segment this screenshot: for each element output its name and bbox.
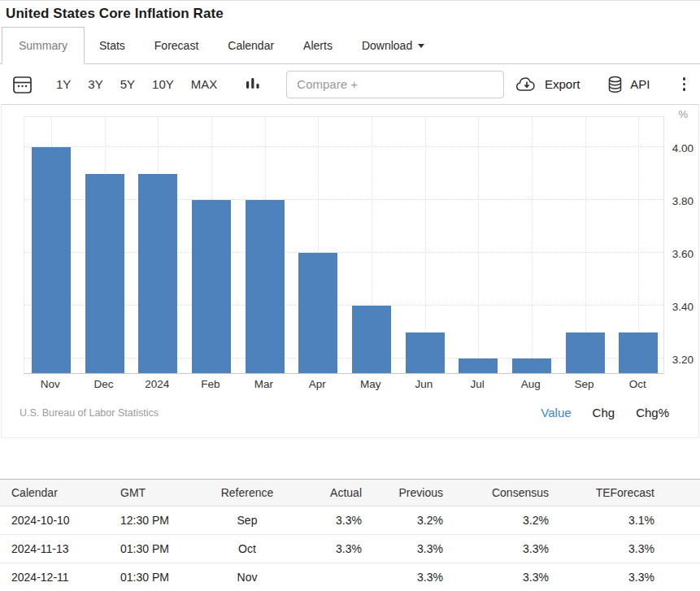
- api-label: API: [630, 77, 650, 91]
- cell-previous: 3.3%: [368, 563, 450, 591]
- col-header-previous: Previous: [368, 480, 450, 506]
- tab-stats-label: Stats: [99, 39, 125, 52]
- calendar-table-section: CalendarGMTReferenceActualPreviousConsen…: [0, 479, 700, 591]
- y-tick-label: 3.20: [672, 354, 693, 366]
- page-header: United States Core Inflation Rate: [0, 1, 700, 27]
- bar-jul[interactable]: [459, 359, 498, 373]
- x-tick-label: Apr: [290, 378, 344, 390]
- bar-feb[interactable]: [192, 200, 231, 373]
- range-10y-button[interactable]: 10Y: [152, 77, 174, 91]
- y-tick-label: 3.80: [672, 195, 693, 207]
- x-tick-label: Jul: [450, 378, 504, 390]
- bar-dec[interactable]: [85, 174, 124, 374]
- cell-reference: Oct: [210, 535, 285, 563]
- date-range-button[interactable]: [11, 74, 33, 95]
- plot-area[interactable]: [24, 116, 664, 374]
- kebab-menu-icon: [683, 77, 686, 80]
- range-5y-button[interactable]: 5Y: [120, 77, 135, 91]
- tab-summary[interactable]: Summary: [2, 27, 85, 64]
- cell-consensus: 3.2%: [450, 506, 555, 535]
- chevron-down-icon: [418, 44, 424, 48]
- export-button[interactable]: Export: [515, 76, 580, 93]
- cell-reference: Nov: [210, 563, 285, 591]
- tab-download[interactable]: Download: [347, 27, 439, 63]
- bar-jun[interactable]: [406, 332, 445, 373]
- y-tick-label: 4.00: [672, 142, 693, 154]
- y-tick-label: 3.40: [672, 301, 693, 313]
- toolbar-right: Export API: [515, 74, 689, 94]
- x-tick-label: Mar: [237, 378, 291, 390]
- col-header-actual: Actual: [285, 480, 368, 506]
- y-axis-unit: %: [678, 108, 688, 120]
- database-icon: [607, 76, 624, 93]
- table-row[interactable]: 2024-12-1101:30 PMNov3.3%3.3%3.3%: [0, 563, 700, 591]
- gridline: [478, 117, 479, 373]
- compare-input[interactable]: [286, 71, 504, 98]
- bar-nov[interactable]: [32, 147, 71, 373]
- range-1y-button[interactable]: 1Y: [56, 77, 71, 91]
- source-attribution: U.S. Bureau of Labor Statistics: [20, 407, 159, 419]
- bar-aug[interactable]: [512, 359, 551, 373]
- tab-calendar-label: Calendar: [228, 39, 274, 52]
- x-tick-label: May: [344, 378, 398, 390]
- bar-2024[interactable]: [138, 174, 177, 374]
- tab-alerts-label: Alerts: [303, 39, 333, 52]
- api-button[interactable]: API: [607, 76, 650, 93]
- x-tick-label: Nov: [24, 378, 77, 390]
- calendar-table: CalendarGMTReferenceActualPreviousConsen…: [0, 479, 700, 591]
- col-header-calendar: Calendar: [0, 480, 114, 506]
- cell-consensus: 3.3%: [450, 563, 555, 591]
- bar-chart-icon: [246, 76, 260, 93]
- bar-may[interactable]: [352, 306, 391, 373]
- y-axis-labels: 3.203.403.603.804.00: [666, 116, 693, 374]
- range-max-button[interactable]: MAX: [191, 77, 218, 91]
- y-tick-label: 3.60: [672, 248, 693, 260]
- tab-alerts[interactable]: Alerts: [289, 27, 347, 63]
- tab-calendar[interactable]: Calendar: [213, 27, 289, 63]
- gridline: [532, 117, 533, 373]
- page-title: United States Core Inflation Rate: [6, 6, 224, 22]
- tab-forecast-label: Forecast: [154, 39, 198, 52]
- mode-value-link[interactable]: Value: [541, 406, 571, 419]
- mode-chgpct-link[interactable]: Chg%: [636, 406, 669, 419]
- cell-calendar: 2024-12-11: [0, 563, 114, 591]
- bar-apr[interactable]: [298, 253, 337, 373]
- chart-type-button[interactable]: [246, 76, 260, 93]
- x-tick-label: Jun: [398, 378, 451, 390]
- mode-chg-link[interactable]: Chg: [593, 406, 615, 419]
- x-axis-labels: NovDec2024FebMarAprMayJunJulAugSepOct: [24, 378, 664, 393]
- x-tick-label: Aug: [504, 378, 558, 390]
- cell-gmt: 01:30 PM: [114, 563, 210, 591]
- more-options-button[interactable]: [680, 74, 689, 94]
- display-mode-links: Value Chg Chg%: [541, 406, 669, 419]
- bar-mar[interactable]: [246, 200, 285, 373]
- chart-toolbar: 1Y 3Y 5Y 10Y MAX Export: [0, 64, 700, 104]
- cell-previous: 3.3%: [368, 535, 450, 563]
- cell-actual: 3.3%: [285, 535, 368, 563]
- gridline: [24, 146, 663, 147]
- chart-footer: U.S. Bureau of Labor Statistics Value Ch…: [2, 406, 698, 419]
- x-tick-label: 2024: [130, 378, 184, 390]
- tab-forecast[interactable]: Forecast: [140, 27, 213, 63]
- cell-gmt: 12:30 PM: [114, 506, 210, 535]
- tab-stats[interactable]: Stats: [85, 27, 140, 63]
- range-3y-button[interactable]: 3Y: [88, 77, 102, 91]
- bar-oct[interactable]: [619, 332, 658, 373]
- table-row[interactable]: 2024-11-1301:30 PMOct3.3%3.3%3.3%3.3%: [0, 535, 700, 563]
- chart-card: NovDec2024FebMarAprMayJunJulAugSepOct 3.…: [1, 104, 699, 438]
- page: United States Core Inflation Rate Summar…: [0, 0, 700, 591]
- cell-calendar: 2024-11-13: [0, 535, 114, 563]
- table-row[interactable]: 2024-10-1012:30 PMSep3.3%3.2%3.2%3.1%: [0, 506, 700, 535]
- cell-gmt: 01:30 PM: [114, 535, 210, 563]
- x-tick-label: Oct: [611, 378, 664, 390]
- col-header-teforecast: TEForecast: [555, 480, 700, 506]
- cell-actual: 3.3%: [285, 506, 368, 535]
- cell-teforecast: 3.3%: [555, 535, 700, 563]
- table-body: 2024-10-1012:30 PMSep3.3%3.2%3.2%3.1%202…: [0, 506, 700, 591]
- bar-sep[interactable]: [566, 332, 605, 373]
- export-cloud-icon: [515, 76, 538, 93]
- export-label: Export: [545, 77, 580, 91]
- cell-consensus: 3.3%: [450, 535, 555, 563]
- x-tick-label: Dec: [77, 378, 131, 390]
- cell-previous: 3.2%: [368, 506, 450, 535]
